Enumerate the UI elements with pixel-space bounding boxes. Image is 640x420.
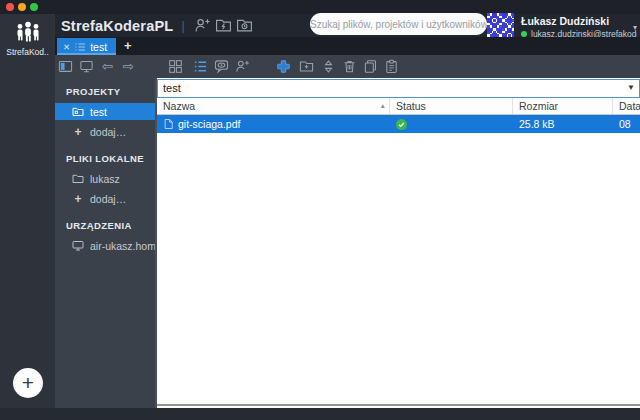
shared-folder-icon[interactable] [215, 17, 232, 34]
status-synced-icon [396, 119, 407, 130]
preview-icon[interactable] [214, 59, 229, 74]
folder-icon [72, 173, 84, 184]
add-user-icon[interactable] [194, 17, 211, 34]
tab-test[interactable]: ✕ test [57, 38, 116, 55]
content-area: ▼ Nazwa ▲ Status Rozmiar Data git-sciaga… [157, 78, 640, 406]
online-status-dot [521, 31, 527, 37]
filter-input[interactable] [157, 79, 640, 98]
column-header-size[interactable]: Rozmiar [513, 97, 613, 114]
file-date: 08 [613, 115, 640, 133]
tab-list-icon [75, 42, 85, 52]
app-title: StrefaKoderaPL [61, 18, 173, 34]
new-tab-button[interactable]: + [124, 37, 132, 55]
sidebar-add-project[interactable]: + dodaj… [55, 123, 155, 140]
toolbar: ⇦ ⇨ [55, 55, 640, 78]
sort-asc-icon: ▲ [380, 102, 386, 109]
app-window: StrefaKod.. + StrefaKoderaPL | [0, 0, 640, 420]
avatar [487, 13, 514, 40]
zoom-window-button[interactable] [30, 3, 38, 11]
add-icon[interactable] [276, 59, 291, 74]
close-window-button[interactable] [6, 3, 14, 11]
user-name: Łukasz Dudziński [521, 15, 637, 27]
tab-label: test [90, 41, 107, 53]
file-size: 25.8 kB [513, 115, 613, 133]
app-logo-people-icon [0, 21, 55, 44]
sidebar-item-label: air-ukasz.home (… [90, 240, 155, 252]
plus-icon: + [72, 192, 84, 206]
devices-icon[interactable] [79, 59, 94, 74]
column-header-status[interactable]: Status [390, 97, 513, 114]
toggle-sidebar-icon[interactable] [58, 59, 73, 74]
list-view-icon[interactable] [193, 59, 208, 74]
sidebar-item-label: dodaj… [90, 126, 126, 138]
chevron-down-icon: ▾ [633, 23, 637, 32]
add-user-icon[interactable] [235, 59, 250, 74]
delete-icon[interactable] [342, 59, 357, 74]
project-folder-icon [72, 106, 84, 117]
grid-view-icon[interactable] [168, 59, 183, 74]
sidebar: PROJEKTY test + dodaj… PLIKI LOKALNE luk… [55, 78, 157, 408]
app-rail: StrefaKod.. + [0, 14, 55, 408]
copy-icon[interactable] [363, 59, 378, 74]
file-name: git-sciaga.pdf [178, 118, 240, 130]
app-rail-label: StrefaKod.. [0, 47, 55, 57]
device-icon [72, 240, 84, 251]
sidebar-section-devices: URZĄDZENIA [66, 220, 155, 231]
navigate-back-icon[interactable]: ⇦ [100, 59, 115, 74]
sidebar-item-label: dodaj… [90, 193, 126, 205]
table-header: Nazwa ▲ Status Rozmiar Data [157, 97, 640, 115]
sync-folder-icon[interactable] [236, 17, 253, 34]
sidebar-item-lukasz[interactable]: lukasz [55, 170, 155, 187]
sidebar-item-test[interactable]: test [55, 103, 155, 120]
minimize-window-button[interactable] [18, 3, 26, 11]
sidebar-section-projects: PROJEKTY [66, 86, 155, 97]
paste-icon[interactable] [384, 59, 399, 74]
statusbar [0, 408, 640, 420]
sort-icon[interactable] [321, 59, 336, 74]
navigate-forward-icon[interactable]: ⇨ [121, 59, 136, 74]
file-icon [164, 118, 173, 130]
table-row[interactable]: git-sciaga.pdf 25.8 kB 08 [157, 115, 640, 133]
sidebar-item-device[interactable]: air-ukasz.home (… [55, 237, 155, 254]
plus-icon: + [72, 125, 84, 139]
new-folder-icon[interactable] [299, 59, 314, 74]
header-divider: | [181, 19, 184, 33]
sidebar-item-label: test [90, 106, 107, 118]
sidebar-add-local-folder[interactable]: + dodaj… [55, 190, 155, 207]
add-new-fab-button[interactable]: + [13, 368, 43, 398]
sidebar-section-local-files: PLIKI LOKALNE [66, 153, 155, 164]
sidebar-item-label: lukasz [90, 173, 120, 185]
column-header-name[interactable]: Nazwa ▲ [157, 97, 390, 114]
close-tab-icon[interactable]: ✕ [63, 42, 70, 52]
search-input[interactable] [310, 13, 487, 35]
column-header-date[interactable]: Data [613, 97, 640, 114]
tab-bar: ✕ test + [55, 37, 640, 55]
